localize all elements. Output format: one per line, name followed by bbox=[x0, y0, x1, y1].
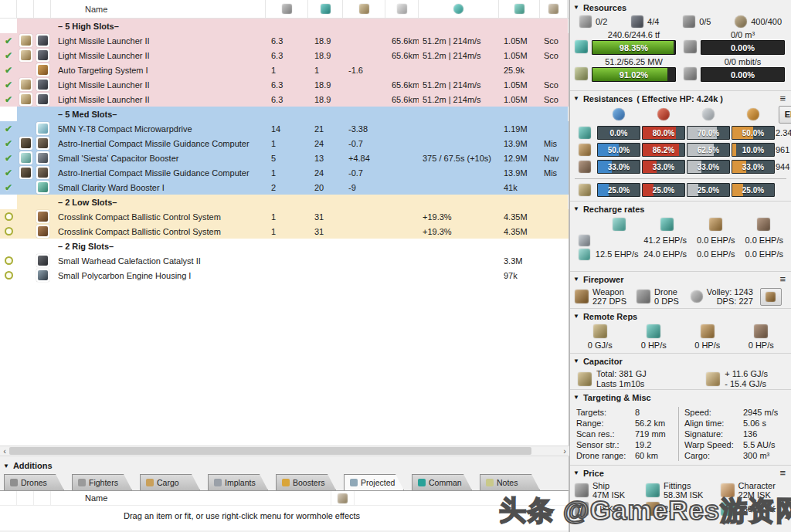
scrollbar-thumb[interactable] bbox=[9, 447, 531, 455]
fitting-row[interactable]: Crosslink Compact Ballistic Control Syst… bbox=[0, 209, 569, 224]
module-state-cell[interactable]: ✔ bbox=[0, 36, 17, 46]
ammo-column-header[interactable] bbox=[540, 0, 568, 18]
price-column-header[interactable] bbox=[499, 0, 540, 18]
tab-projected[interactable]: Projected bbox=[344, 474, 404, 490]
module-state-cell[interactable]: ✔ bbox=[0, 50, 17, 61]
module-state-cell[interactable]: ✔ bbox=[0, 138, 17, 149]
tab-drones[interactable]: Drones bbox=[4, 474, 64, 490]
fitting-row[interactable]: ✔Light Missile Launcher II6.318.965.6km5… bbox=[0, 92, 569, 107]
module-state-cell[interactable] bbox=[0, 256, 17, 265]
remote-shield-icon bbox=[647, 324, 660, 338]
scroll-right-icon[interactable]: › bbox=[560, 446, 569, 456]
fitting-row[interactable]: Crosslink Compact Ballistic Control Syst… bbox=[0, 224, 569, 239]
resources-section-header[interactable]: ▼ Resources bbox=[573, 2, 788, 13]
powergrid-value: 6.3 bbox=[266, 36, 308, 46]
misc-column-header[interactable] bbox=[419, 0, 499, 18]
fitting-row[interactable]: Small Polycarbon Engine Housing I97k bbox=[0, 268, 569, 283]
price-menu-icon[interactable]: ≡ bbox=[779, 467, 786, 479]
firepower-section-header[interactable]: ▼ Firepower bbox=[573, 273, 788, 285]
projected-tab-icon bbox=[350, 479, 358, 486]
additions-header[interactable]: ▼ Additions bbox=[0, 456, 569, 473]
module-state-cell[interactable]: ✔ bbox=[0, 124, 17, 134]
stat-label: Align time: bbox=[684, 418, 743, 429]
remote-reps-section-header[interactable]: ▼ Remote Reps bbox=[573, 310, 788, 322]
fitting-row[interactable]: ✔Astro-Inertial Compact Missile Guidance… bbox=[0, 165, 569, 180]
module-icon-cell bbox=[34, 151, 51, 164]
price-value: 47M ISK bbox=[592, 490, 625, 500]
slot-section-row: – 5 Med Slots– bbox=[0, 107, 569, 121]
module-state-cell[interactable] bbox=[0, 227, 17, 236]
module-state-cell[interactable]: ✔ bbox=[0, 182, 17, 193]
remote-reps-section: ▼ Remote Reps 0 GJ/s0 HP/s0 HP/s0 HP/s bbox=[570, 309, 791, 354]
tab-comman[interactable]: Comman bbox=[412, 474, 472, 490]
module-icon-cell bbox=[34, 225, 51, 238]
thermal-damage-icon bbox=[657, 108, 670, 120]
active-check-icon: ✔ bbox=[5, 65, 12, 76]
resistances-menu-icon[interactable]: ≡ bbox=[779, 93, 786, 104]
firepower-settings-button[interactable] bbox=[760, 288, 782, 306]
bcs-icon bbox=[38, 212, 48, 222]
guidance-computer-icon bbox=[38, 138, 48, 148]
module-icon-cell bbox=[34, 137, 51, 150]
resistances-section: ▼ Resistances ( Effective HP: 4.24k ) ≡ … bbox=[570, 91, 791, 202]
passive-ring-icon bbox=[5, 271, 13, 280]
name-column-header[interactable]: Name bbox=[51, 0, 266, 18]
module-icon-cell bbox=[34, 122, 51, 135]
module-state-cell[interactable] bbox=[0, 212, 17, 221]
capacitor-stats: Total: 381 GJ Lasts 1m10s + 11.6 GJ/s - … bbox=[573, 367, 788, 392]
tab-label: Fighters bbox=[89, 478, 118, 487]
tab-fighters[interactable]: Fighters bbox=[72, 474, 132, 490]
resistances-section-header[interactable]: ▼ Resistances ( Effective HP: 4.24k ) bbox=[573, 93, 788, 104]
fittings-price: Fittings58.3M ISK bbox=[646, 481, 721, 500]
fitting-row[interactable]: ✔Small Clarity Ward Booster I220-941k bbox=[0, 180, 569, 195]
targeting-right-column: Speed:2945 m/sAlign time:5.06 sSignature… bbox=[678, 407, 786, 461]
weapon-dps-icon bbox=[575, 290, 589, 303]
module-state-cell[interactable]: ✔ bbox=[0, 65, 17, 76]
horizontal-scrollbar[interactable]: ‹ › bbox=[0, 446, 569, 456]
fitting-row[interactable]: ✔Astro-Inertial Compact Missile Guidance… bbox=[0, 136, 569, 151]
module-state-cell[interactable]: ✔ bbox=[0, 153, 17, 164]
ehp-button[interactable]: EHP bbox=[779, 106, 791, 124]
cpu-usage-label: 240.6/244.6 tf bbox=[592, 30, 676, 40]
firepower-menu-icon[interactable]: ≡ bbox=[779, 273, 786, 285]
tab-cargo[interactable]: Cargo bbox=[140, 474, 200, 490]
stat-row: Scan res.:719 mm bbox=[576, 429, 678, 439]
fitting-row[interactable]: ✔Light Missile Launcher II6.318.965.6km5… bbox=[0, 48, 569, 63]
cpu-value: 24 bbox=[308, 168, 343, 178]
module-state-cell[interactable]: ✔ bbox=[0, 168, 17, 178]
active-check-icon: ✔ bbox=[5, 94, 12, 105]
scroll-left-icon[interactable]: ‹ bbox=[0, 446, 9, 456]
powergrid-column-header[interactable] bbox=[266, 0, 308, 18]
capacitor-section-header[interactable]: ▼ Capacitor bbox=[573, 355, 788, 367]
fitting-row[interactable]: ✔Auto Targeting System I11-1.625.9k bbox=[0, 63, 569, 77]
module-state-cell[interactable] bbox=[0, 271, 17, 280]
cpu-column-header[interactable] bbox=[308, 0, 343, 18]
powergrid-icon bbox=[575, 67, 588, 80]
projected-name-column-header[interactable]: Name bbox=[51, 491, 331, 505]
fitting-row[interactable]: ✔Light Missile Launcher II6.318.965.6km5… bbox=[0, 77, 569, 92]
fitting-row[interactable]: ✔Light Missile Launcher II6.318.965.6km5… bbox=[0, 33, 569, 48]
recharge-value: 0.0 EHP/s bbox=[740, 249, 789, 259]
cpu-value: 13 bbox=[308, 154, 343, 163]
module-state-cell[interactable]: ✔ bbox=[0, 80, 17, 90]
tab-notes[interactable]: Notes bbox=[480, 474, 540, 490]
cap-column-header[interactable] bbox=[343, 0, 385, 18]
module-name: Small Polycarbon Engine Housing I bbox=[51, 271, 266, 280]
projected-hardpoint-column-icon[interactable] bbox=[331, 491, 355, 505]
price-section-header[interactable]: ▼ Price bbox=[573, 467, 788, 479]
active-check-icon: ✔ bbox=[5, 80, 12, 90]
range-column-header[interactable] bbox=[385, 0, 419, 18]
tab-boosters[interactable]: Boosters bbox=[276, 474, 336, 490]
damage-profile-resist-row: 25.0%25.0%25.0%25.0% bbox=[573, 181, 788, 198]
fitting-row[interactable]: ✔5MN Y-T8 Compact Microwarpdrive1421-3.3… bbox=[0, 121, 569, 136]
cargo-tab-icon bbox=[146, 479, 154, 486]
resist-cell: 25.0% bbox=[687, 183, 730, 197]
recharge-section-header[interactable]: ▼ Recharge rates bbox=[573, 203, 788, 215]
resist-percent: 33.0% bbox=[643, 161, 684, 173]
tab-implants[interactable]: Implants bbox=[208, 474, 268, 490]
fitting-row[interactable]: ✔Small 'Siesta' Capacitor Booster513+4.8… bbox=[0, 151, 569, 165]
targeting-section-header[interactable]: ▼ Targeting & Misc bbox=[573, 391, 788, 403]
capacitor-recharge: + 11.6 GJ/s bbox=[725, 369, 768, 379]
fitting-row[interactable]: Small Warhead Calefaction Catalyst II3.3… bbox=[0, 253, 569, 268]
module-state-cell[interactable]: ✔ bbox=[0, 94, 17, 105]
